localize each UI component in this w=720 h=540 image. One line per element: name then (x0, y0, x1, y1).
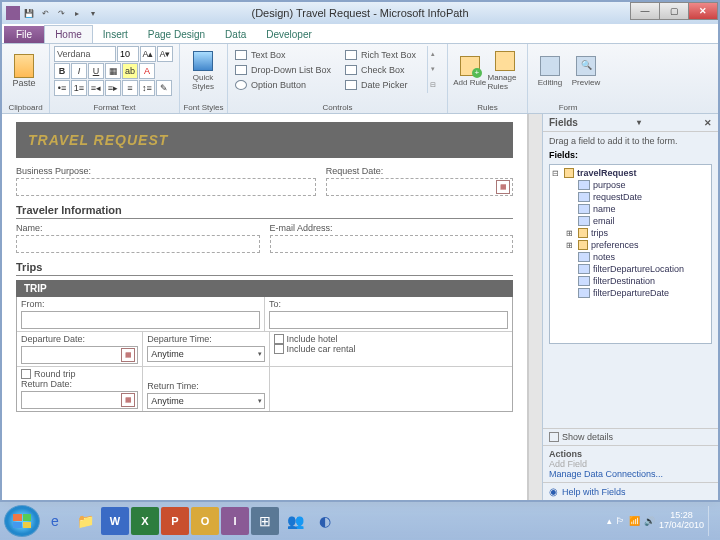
tb-excel-icon[interactable]: X (131, 507, 159, 535)
highlight-icon[interactable]: ab (122, 63, 138, 79)
close-button[interactable]: ✕ (688, 2, 718, 20)
spacing-icon[interactable]: ↕≡ (139, 80, 155, 96)
field-purpose[interactable] (16, 178, 316, 196)
link-add-field[interactable]: Add Field (549, 459, 712, 469)
tab-page-design[interactable]: Page Design (138, 26, 215, 43)
tree-field-preferences[interactable]: ⊞preferences (566, 239, 709, 251)
tray-flag-icon[interactable]: 🏳 (616, 516, 625, 526)
italic-button[interactable]: I (71, 63, 87, 79)
calendar-icon[interactable]: ▦ (121, 393, 135, 407)
add-rule-icon: + (460, 56, 480, 76)
tb-powerpoint-icon[interactable]: P (161, 507, 189, 535)
field-deptime[interactable]: Anytime (147, 346, 264, 362)
paste-button[interactable]: Paste (6, 46, 42, 96)
ctrl-dropdown[interactable]: Drop-Down List Box (232, 62, 334, 77)
ctrl-textbox[interactable]: Text Box (232, 47, 334, 62)
grow-font-icon[interactable]: A▴ (140, 46, 156, 62)
minimize-button[interactable]: — (630, 2, 660, 20)
underline-button[interactable]: U (88, 63, 104, 79)
design-canvas[interactable]: TRAVEL REQUEST Business Purpose: Request… (2, 114, 528, 500)
quick-styles-button[interactable]: Quick Styles (184, 46, 222, 96)
link-help[interactable]: Help with Fields (562, 487, 626, 497)
start-button[interactable] (4, 505, 40, 537)
gallery-more-icon[interactable]: ⊟ (430, 81, 436, 89)
tab-developer[interactable]: Developer (256, 26, 322, 43)
bold-button[interactable]: B (54, 63, 70, 79)
vertical-scrollbar[interactable] (528, 114, 542, 500)
tray-sound-icon[interactable]: 🔊 (644, 516, 655, 526)
tb-messenger-icon[interactable]: 👥 (281, 507, 309, 535)
tree-field-purpose[interactable]: purpose (566, 179, 709, 191)
preview-icon[interactable]: ▸ (70, 6, 84, 20)
format-painter-icon[interactable]: ✎ (156, 80, 172, 96)
tb-infopath-icon[interactable]: I (221, 507, 249, 535)
preview-button[interactable]: 🔍 Preview (568, 46, 604, 96)
ctrl-checkbox[interactable]: Check Box (342, 62, 419, 77)
tb-outlook-icon[interactable]: O (191, 507, 219, 535)
tree-field-name[interactable]: name (566, 203, 709, 215)
qat-menu-icon[interactable]: ▾ (86, 6, 100, 20)
pane-menu-icon[interactable]: ▾ (637, 118, 641, 127)
font-color-icon[interactable]: A (139, 63, 155, 79)
tb-ie-icon[interactable]: e (41, 507, 69, 535)
tree-field-filterDestination[interactable]: filterDestination (566, 275, 709, 287)
save-icon[interactable]: 💾 (22, 6, 36, 20)
tray-up-icon[interactable]: ▴ (607, 516, 612, 526)
editing-button[interactable]: Editing (532, 46, 568, 96)
tree-field-requestDate[interactable]: requestDate (566, 191, 709, 203)
shrink-font-icon[interactable]: A▾ (157, 46, 173, 62)
chk-hotel[interactable]: Include hotel (274, 334, 509, 344)
chk-round[interactable]: Round trip (21, 369, 138, 379)
ctrl-richtext[interactable]: Rich Text Box (342, 47, 419, 62)
ctrl-datepicker[interactable]: Date Picker (342, 77, 419, 92)
tab-file[interactable]: File (4, 26, 44, 43)
align-icon[interactable]: ≡ (122, 80, 138, 96)
tray-network-icon[interactable]: 📶 (629, 516, 640, 526)
tree-field-notes[interactable]: notes (566, 251, 709, 263)
infopath-app-icon[interactable] (6, 6, 20, 20)
indent-icon[interactable]: ≡▸ (105, 80, 121, 96)
field-name[interactable] (16, 235, 260, 253)
tb-explorer-icon[interactable]: 📁 (71, 507, 99, 535)
font-size-select[interactable]: 10 (117, 46, 139, 62)
tree-field-email[interactable]: email (566, 215, 709, 227)
field-from[interactable] (21, 311, 260, 329)
calendar-icon[interactable]: ▦ (496, 180, 510, 194)
field-to[interactable] (269, 311, 508, 329)
ctrl-option[interactable]: Option Button (232, 77, 334, 92)
manage-rules-button[interactable]: Manage Rules (488, 46, 524, 96)
tb-lync-icon[interactable]: ◐ (311, 507, 339, 535)
tree-field-filterDepartureLocation[interactable]: filterDepartureLocation (566, 263, 709, 275)
numbering-icon[interactable]: 1≡ (71, 80, 87, 96)
link-manage-connections[interactable]: Manage Data Connections... (549, 469, 712, 479)
field-reqdate[interactable]: ▦ (326, 178, 513, 196)
maximize-button[interactable]: ▢ (659, 2, 689, 20)
field-email[interactable] (270, 235, 514, 253)
gallery-down-icon[interactable]: ▾ (431, 65, 435, 73)
tree-root[interactable]: ⊟travelRequest (552, 167, 709, 179)
tree-field-filterDepartureDate[interactable]: filterDepartureDate (566, 287, 709, 299)
tab-home[interactable]: Home (44, 25, 93, 43)
field-depdate[interactable]: ▦ (21, 346, 138, 364)
border-icon[interactable]: ▦ (105, 63, 121, 79)
field-retdate[interactable]: ▦ (21, 391, 138, 409)
add-rule-button[interactable]: + Add Rule (452, 46, 488, 96)
tab-data[interactable]: Data (215, 26, 256, 43)
font-name-select[interactable]: Verdana (54, 46, 116, 62)
calendar-icon[interactable]: ▦ (121, 348, 135, 362)
undo-icon[interactable]: ↶ (38, 6, 52, 20)
tab-insert[interactable]: Insert (93, 26, 138, 43)
bullets-icon[interactable]: •≡ (54, 80, 70, 96)
gallery-up-icon[interactable]: ▴ (431, 50, 435, 58)
tb-word-icon[interactable]: W (101, 507, 129, 535)
pane-close-icon[interactable]: ✕ (704, 118, 712, 128)
chk-show-details[interactable]: Show details (549, 432, 712, 442)
tray-clock[interactable]: 15:2817/04/2010 (659, 511, 704, 531)
chk-car[interactable]: Include car rental (274, 344, 509, 354)
outdent-icon[interactable]: ≡◂ (88, 80, 104, 96)
field-rettime[interactable]: Anytime (147, 393, 264, 409)
redo-icon[interactable]: ↷ (54, 6, 68, 20)
show-desktop-button[interactable] (708, 506, 716, 536)
tb-app-icon[interactable]: ⊞ (251, 507, 279, 535)
tree-field-trips[interactable]: ⊞trips (566, 227, 709, 239)
